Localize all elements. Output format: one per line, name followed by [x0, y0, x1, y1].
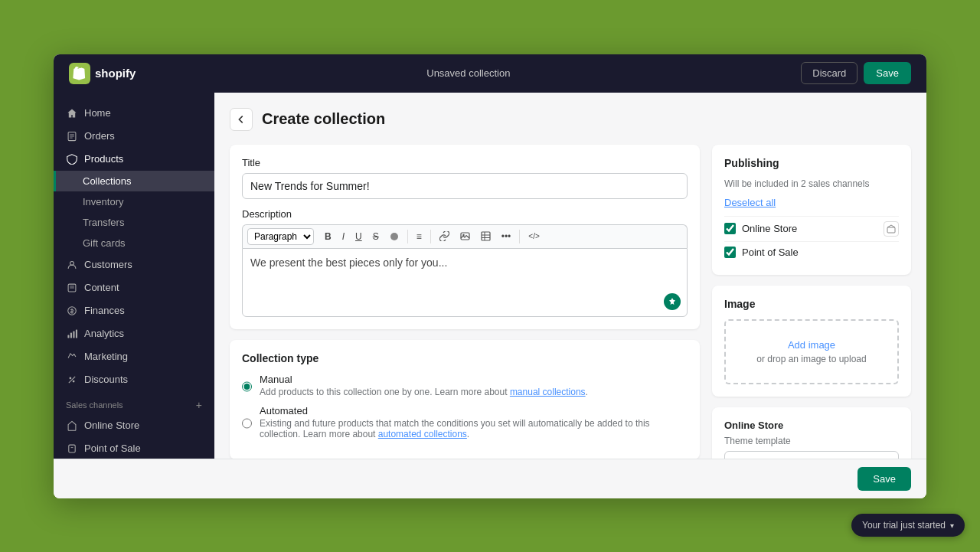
marketing-icon — [66, 351, 78, 363]
table-btn[interactable] — [476, 229, 495, 243]
automated-collections-link[interactable]: automated collections — [378, 429, 467, 439]
manual-radio[interactable] — [242, 376, 252, 397]
svg-point-14 — [73, 380, 75, 382]
left-col: Title Description Paragraph B — [230, 145, 700, 459]
sidebar-subitem-inventory[interactable]: Inventory — [54, 191, 214, 212]
svg-rect-10 — [70, 332, 72, 338]
products-icon — [66, 153, 78, 165]
sidebar-label-finances: Finances — [84, 305, 125, 316]
channel-left-online: Online Store — [724, 223, 797, 234]
editor-body[interactable]: We present the best pieces only for you.… — [242, 248, 688, 317]
svg-rect-9 — [67, 335, 69, 338]
theme-template-select[interactable]: Default collection — [724, 451, 899, 459]
image-card: Image Add image or drop an image to uplo… — [712, 286, 911, 397]
online-store-card-title: Online Store — [724, 420, 899, 431]
sidebar-label-content: Content — [84, 282, 119, 293]
sidebar-subitem-gift-cards[interactable]: Gift cards — [54, 233, 214, 253]
trial-banner-arrow: ▾ — [950, 521, 954, 530]
content-icon — [66, 282, 78, 294]
link-btn[interactable] — [435, 229, 454, 243]
svg-rect-16 — [69, 445, 75, 452]
image-drop-text: or drop an image to upload — [744, 354, 879, 364]
online-store-checkbox[interactable] — [724, 223, 736, 234]
manual-collections-link[interactable]: manual collections — [510, 387, 586, 397]
underline-btn[interactable]: U — [351, 229, 367, 244]
content-area: Create collection Title Description — [214, 93, 926, 459]
sidebar-label-orders: Orders — [84, 130, 115, 142]
trial-banner-text: Your trial just started — [862, 520, 946, 531]
sidebar-subitem-label-giftcards: Gift cards — [83, 237, 126, 249]
analytics-icon — [66, 328, 78, 340]
bottom-bar: Save — [54, 459, 926, 498]
trial-banner[interactable]: Your trial just started ▾ — [851, 514, 965, 537]
sidebar-label-products: Products — [84, 153, 123, 165]
save-top-button[interactable]: Save — [864, 62, 911, 84]
sidebar-item-customers[interactable]: Customers — [54, 253, 214, 276]
sidebar-item-online-store[interactable]: Online Store — [54, 414, 214, 437]
discounts-icon — [66, 374, 78, 386]
sidebar-item-home[interactable]: Home — [54, 102, 214, 125]
main-layout: Home Orders Products — [54, 93, 926, 459]
manual-label: Manual — [260, 374, 588, 385]
automated-desc: Existing and future products that match … — [260, 418, 688, 439]
topbar-actions: Discard Save — [801, 62, 911, 84]
theme-template-label: Theme template — [724, 436, 899, 446]
ai-icon[interactable] — [664, 293, 681, 310]
editor-toolbar: Paragraph B I U S — [242, 224, 688, 248]
collection-type-card: Collection type Manual Add products to t… — [230, 340, 700, 459]
sidebar-label-pos: Point of Sale — [84, 443, 141, 454]
code-btn[interactable]: </> — [524, 230, 544, 243]
sidebar: Home Orders Products — [54, 93, 214, 459]
sidebar-label-customers: Customers — [84, 259, 132, 270]
sidebar-item-products[interactable]: Products — [54, 148, 214, 171]
online-store-card: Online Store Theme template Default coll… — [712, 407, 911, 459]
sidebar-subitem-label-collections: Collections — [83, 175, 132, 187]
save-bottom-button[interactable]: Save — [858, 467, 911, 491]
right-col: Publishing Will be included in 2 sales c… — [712, 145, 911, 459]
sidebar-subitem-transfers[interactable]: Transfers — [54, 212, 214, 233]
toolbar-sep-2 — [430, 230, 431, 243]
home-icon — [66, 107, 78, 119]
automated-radio[interactable] — [242, 407, 252, 439]
publishing-title: Publishing — [724, 157, 899, 169]
automated-option: Automated Existing and future products t… — [242, 405, 688, 439]
sidebar-item-pos[interactable]: Point of Sale — [54, 437, 214, 459]
sidebar-item-orders[interactable]: Orders — [54, 125, 214, 148]
discard-button[interactable]: Discard — [801, 62, 858, 84]
sidebar-item-content[interactable]: Content — [54, 276, 214, 299]
image-drop-area[interactable]: Add image or drop an image to upload — [724, 319, 899, 384]
manual-option: Manual Add products to this collection o… — [242, 374, 688, 397]
add-image-link[interactable]: Add image — [744, 339, 879, 351]
image-toolbar-btn[interactable] — [456, 229, 475, 243]
deselect-all-link[interactable]: Deselect all — [724, 197, 899, 208]
sidebar-item-finances[interactable]: Finances — [54, 299, 214, 322]
publishing-card: Publishing Will be included in 2 sales c… — [712, 145, 911, 275]
align-btn[interactable]: ≡ — [412, 229, 426, 244]
topbar-logo-text: shopify — [95, 67, 136, 80]
svg-point-19 — [390, 233, 398, 240]
back-button[interactable] — [230, 108, 253, 131]
description-label: Description — [242, 208, 688, 220]
pos-checkbox[interactable] — [724, 247, 736, 258]
sidebar-item-marketing[interactable]: Marketing — [54, 345, 214, 368]
sidebar-item-analytics[interactable]: Analytics — [54, 322, 214, 345]
channel-name-online: Online Store — [742, 223, 797, 234]
title-field-label: Title — [242, 157, 688, 168]
bold-btn[interactable]: B — [320, 229, 336, 244]
topbar: shopify Unsaved collection Discard Save — [54, 54, 926, 93]
channel-pos: Point of Sale — [724, 241, 899, 263]
shopify-icon — [69, 63, 90, 84]
italic-btn[interactable]: I — [338, 229, 349, 244]
title-input[interactable] — [242, 173, 688, 199]
color-btn[interactable] — [385, 230, 403, 243]
toolbar-sep-1 — [407, 230, 408, 243]
sidebar-item-discounts[interactable]: Discounts — [54, 368, 214, 391]
add-sales-channel-icon[interactable]: + — [196, 399, 202, 411]
strikethrough-btn[interactable]: S — [368, 229, 384, 244]
sidebar-subitem-collections[interactable]: Collections — [54, 171, 214, 191]
orders-icon — [66, 130, 78, 142]
svg-rect-11 — [73, 331, 74, 338]
collection-type-title: Collection type — [242, 352, 688, 364]
more-btn[interactable]: ••• — [497, 229, 516, 244]
paragraph-select[interactable]: Paragraph — [247, 228, 314, 245]
